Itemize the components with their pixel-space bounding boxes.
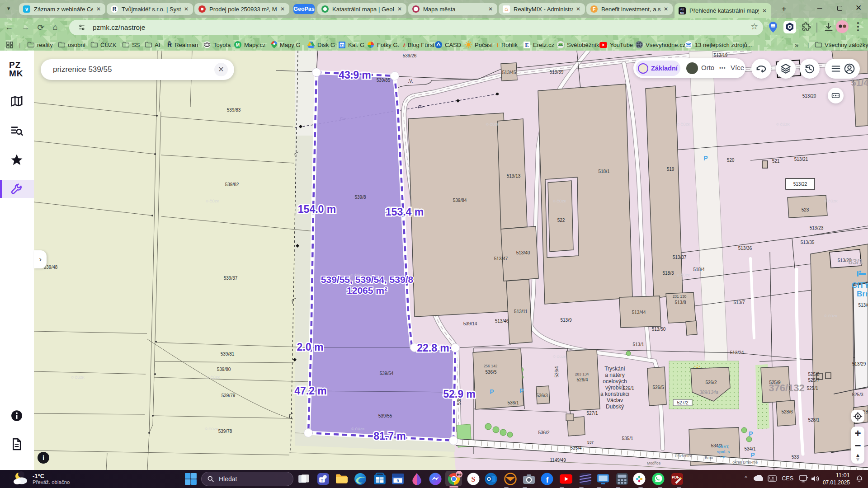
svg-text:© ČÚZK: © ČÚZK xyxy=(677,273,691,277)
svg-text:513/47: 513/47 xyxy=(494,256,508,261)
svg-text:539/80: 539/80 xyxy=(217,367,231,372)
svg-text:ocelových: ocelových xyxy=(603,378,627,385)
svg-text:522: 522 xyxy=(557,218,565,223)
svg-text:a nátěry: a nátěry xyxy=(605,372,624,378)
svg-text:539/84: 539/84 xyxy=(453,198,467,203)
svg-text:513/20: 513/20 xyxy=(802,94,816,99)
svg-text:513/21: 513/21 xyxy=(794,157,808,162)
svg-text:534/1: 534/1 xyxy=(744,446,755,451)
svg-text:© ČÚZK: © ČÚZK xyxy=(205,427,219,431)
svg-text:81.7 m: 81.7 m xyxy=(373,430,406,442)
svg-text:513/23: 513/23 xyxy=(810,225,824,230)
svg-text:283 134: 283 134 xyxy=(575,372,589,376)
svg-text:31: 31 xyxy=(340,43,344,47)
svg-text:12065 m²: 12065 m² xyxy=(347,285,387,296)
svg-text:513/39: 513/39 xyxy=(550,70,564,75)
svg-text:537: 537 xyxy=(587,440,594,445)
svg-text:P: P xyxy=(703,155,708,162)
svg-text:535/1: 535/1 xyxy=(622,436,633,441)
svg-text:O: O xyxy=(487,476,491,482)
svg-text:153.4 m: 153.4 m xyxy=(386,206,424,218)
svg-text:22.8 m: 22.8 m xyxy=(417,342,449,354)
svg-text:513/13: 513/13 xyxy=(507,174,521,178)
svg-text:536/2: 536/2 xyxy=(538,430,549,435)
svg-text:Brn: Brn xyxy=(857,290,868,298)
svg-text:526/2: 526/2 xyxy=(705,380,717,385)
svg-text:výrobků: výrobků xyxy=(605,385,624,391)
svg-text:533: 533 xyxy=(792,455,799,460)
svg-text:© ČÚZK: © ČÚZK xyxy=(824,199,838,203)
svg-text:539/37: 539/37 xyxy=(224,276,238,281)
svg-text:P: P xyxy=(749,430,753,437)
svg-text:525/7: 525/7 xyxy=(808,378,819,383)
svg-text:.V.: .V. xyxy=(408,79,413,84)
svg-text:f: f xyxy=(546,476,549,484)
svg-text:PDF: PDF xyxy=(672,475,679,479)
svg-text:513/36: 513/36 xyxy=(738,246,752,251)
svg-text:513/6: 513/6 xyxy=(858,303,868,308)
svg-text:2.0 m: 2.0 m xyxy=(297,341,324,353)
svg-text:© ČÚZK: © ČÚZK xyxy=(677,122,691,127)
svg-text:513/50: 513/50 xyxy=(652,327,666,332)
svg-text:520: 520 xyxy=(727,158,735,163)
svg-text:P: P xyxy=(750,451,755,459)
svg-text:523: 523 xyxy=(802,207,809,212)
svg-text:518/3: 518/3 xyxy=(662,271,674,276)
svg-text:519: 519 xyxy=(667,167,675,172)
svg-text:© ČÚZK: © ČÚZK xyxy=(486,122,500,127)
svg-text:1149/49: 1149/49 xyxy=(550,458,566,463)
svg-text:Přízřenice: Přízřenice xyxy=(675,454,693,458)
svg-text:Modřice: Modřice xyxy=(647,461,661,465)
svg-text:513/46: 513/46 xyxy=(495,319,509,324)
svg-text:539/55: 539/55 xyxy=(378,413,392,418)
svg-text:536/1: 536/1 xyxy=(507,400,519,405)
svg-text:539/81: 539/81 xyxy=(221,352,235,357)
svg-text:526/1: 526/1 xyxy=(623,386,634,391)
svg-text:376/132: 376/132 xyxy=(769,382,805,394)
svg-text:© ČÚZK: © ČÚZK xyxy=(553,355,567,359)
svg-text:r.o.: r.o. xyxy=(720,455,726,459)
svg-text:536/3: 536/3 xyxy=(536,393,547,398)
svg-text:513/19: 513/19 xyxy=(714,53,728,58)
svg-text:536/4: 536/4 xyxy=(554,366,559,377)
svg-text:539/79: 539/79 xyxy=(222,393,236,398)
svg-text:© ČÚZK: © ČÚZK xyxy=(351,427,365,431)
svg-text:535/4: 535/4 xyxy=(570,446,581,450)
svg-text:M: M xyxy=(236,42,240,47)
svg-text:© ČÚZK: © ČÚZK xyxy=(207,375,221,380)
svg-text:513/44: 513/44 xyxy=(632,310,646,315)
svg-text:513/11: 513/11 xyxy=(514,309,528,314)
svg-text:539/26: 539/26 xyxy=(403,53,417,58)
svg-text:© ČÚZK: © ČÚZK xyxy=(553,199,567,203)
svg-text:513/29: 513/29 xyxy=(852,361,866,366)
svg-text:51/4: 51/4 xyxy=(851,78,868,88)
svg-text:525/8: 525/8 xyxy=(808,372,819,377)
svg-text:Brno: Brno xyxy=(705,455,713,460)
svg-text:527/1: 527/1 xyxy=(586,411,598,416)
svg-text:© ČÚZK: © ČÚZK xyxy=(824,314,838,318)
svg-text:513/22: 513/22 xyxy=(793,182,807,187)
svg-text:43.9 m: 43.9 m xyxy=(339,69,371,81)
svg-text:521: 521 xyxy=(772,159,780,164)
svg-text:© ČÚZK: © ČÚZK xyxy=(776,122,790,127)
svg-text:KRAT,: KRAT, xyxy=(717,445,729,449)
svg-text:Tryskání: Tryskání xyxy=(604,366,625,372)
svg-text:S: S xyxy=(472,475,476,483)
svg-text:Dubský: Dubský xyxy=(606,404,624,410)
svg-text:52.9 m: 52.9 m xyxy=(443,388,476,400)
svg-text:389/134a: 389/134a xyxy=(699,390,718,395)
svg-text:© ČÚZK: © ČÚZK xyxy=(206,199,220,203)
svg-text:513/40: 513/40 xyxy=(516,250,530,255)
svg-text:525/3: 525/3 xyxy=(852,392,863,397)
svg-text:513/24: 513/24 xyxy=(730,350,744,355)
svg-text:527/2: 527/2 xyxy=(677,400,688,405)
svg-text:539/48: 539/48 xyxy=(44,265,58,270)
svg-text:539/83: 539/83 xyxy=(227,108,241,113)
svg-text:83/1: 83/1 xyxy=(848,258,863,266)
svg-text:154.0 m: 154.0 m xyxy=(298,203,336,215)
svg-text:539/85: 539/85 xyxy=(377,78,391,83)
svg-text:539/78: 539/78 xyxy=(218,429,232,434)
svg-text:E: E xyxy=(525,42,529,48)
svg-text:528/6: 528/6 xyxy=(781,409,793,414)
svg-text:526/5: 526/5 xyxy=(652,385,664,390)
